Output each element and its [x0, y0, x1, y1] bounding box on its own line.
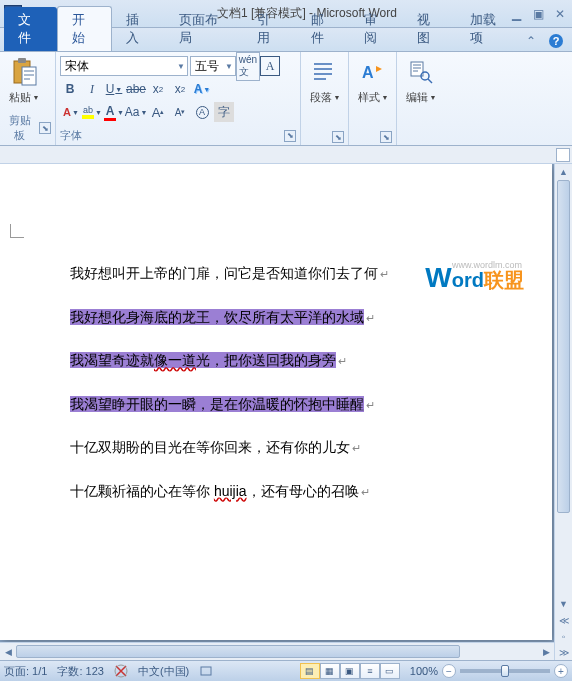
- highlight-button[interactable]: ab▼: [82, 102, 102, 122]
- svg-text:A: A: [362, 64, 374, 81]
- grow-font-button[interactable]: A▴: [148, 102, 168, 122]
- clipboard-group-label: 剪贴板: [4, 113, 35, 143]
- clipboard-launcher-icon[interactable]: ⬊: [39, 122, 51, 134]
- tab-page-layout[interactable]: 页面布局: [165, 7, 243, 51]
- svg-text:?: ?: [553, 35, 560, 47]
- zoom-out-button[interactable]: −: [442, 664, 456, 678]
- font-name-combo[interactable]: 宋体▼: [60, 56, 188, 76]
- underline-button[interactable]: U▼: [104, 79, 124, 99]
- prev-page-icon[interactable]: ≪: [555, 612, 572, 628]
- svg-rect-7: [22, 67, 36, 85]
- document-area: www.wordlm.com Word联盟 我好想叫开上帝的门扉，问它是否知道你…: [0, 164, 572, 660]
- tab-review[interactable]: 审阅: [350, 7, 403, 51]
- ruler: [0, 146, 572, 164]
- next-page-icon[interactable]: ≫: [555, 644, 572, 660]
- group-font: 宋体▼ 五号▼ wén文 A B I U▼ abe x2 x2 A▼ A▼ ab…: [56, 52, 301, 145]
- scroll-up-icon[interactable]: ▲: [555, 164, 572, 180]
- draft-view-icon[interactable]: ▭: [380, 663, 400, 679]
- tab-insert[interactable]: 插入: [112, 7, 165, 51]
- zoom-in-button[interactable]: +: [554, 664, 568, 678]
- superscript-button[interactable]: x2: [170, 79, 190, 99]
- paragraph[interactable]: 十亿颗祈福的心在等你 huijia，还有母心的召唤↵: [70, 482, 492, 502]
- web-view-icon[interactable]: ▣: [340, 663, 360, 679]
- view-buttons: ▤ ▦ ▣ ≡ ▭: [300, 663, 400, 679]
- paragraph-icon: [309, 56, 341, 88]
- strikethrough-button[interactable]: abe: [126, 79, 146, 99]
- status-bar: 页面: 1/1 字数: 123 中文(中国) ▤ ▦ ▣ ≡ ▭ 100% − …: [0, 660, 572, 681]
- paragraph[interactable]: 我渴望奇迹就像一道光，把你送回我的身旁↵: [70, 351, 492, 371]
- status-proofing-icon[interactable]: [114, 664, 128, 678]
- browse-object-icon[interactable]: ◦: [555, 628, 572, 644]
- scroll-thumb[interactable]: [557, 180, 570, 513]
- bold-button[interactable]: B: [60, 79, 80, 99]
- horizontal-scrollbar[interactable]: ◀ ▶: [0, 642, 554, 660]
- paragraph-button[interactable]: 段落▼: [305, 54, 345, 107]
- status-word-count[interactable]: 字数: 123: [57, 664, 103, 679]
- vertical-scrollbar[interactable]: ▲ ▼ ≪ ◦ ≫: [554, 164, 572, 660]
- scroll-down-icon[interactable]: ▼: [555, 596, 572, 612]
- character-border-icon[interactable]: A: [260, 56, 280, 76]
- styles-launcher-icon[interactable]: ⬊: [380, 131, 392, 143]
- group-paragraph: 段落▼ ⬊: [301, 52, 349, 145]
- styles-icon: A: [357, 56, 389, 88]
- paragraph-launcher-icon[interactable]: ⬊: [332, 131, 344, 143]
- ribbon-tabs: 文件 开始 插入 页面布局 引用 邮件 审阅 视图 加载项 ⌃ ?: [0, 28, 572, 52]
- tab-file[interactable]: 文件: [4, 7, 57, 51]
- paragraph[interactable]: 我渴望睁开眼的一瞬，是在你温暖的怀抱中睡醒↵: [70, 395, 492, 415]
- watermark-logo: Word联盟: [425, 262, 524, 294]
- phonetic-guide-icon[interactable]: wén文: [238, 56, 258, 76]
- status-insert-icon[interactable]: [199, 664, 213, 678]
- svg-text:A: A: [63, 106, 71, 118]
- character-shading-icon[interactable]: 字: [214, 102, 234, 122]
- group-editing: 编辑▼: [397, 52, 445, 145]
- scroll-left-icon[interactable]: ◀: [0, 643, 16, 660]
- enclosed-char-icon[interactable]: A: [192, 102, 212, 122]
- paste-label: 粘贴: [9, 90, 31, 105]
- italic-button[interactable]: I: [82, 79, 102, 99]
- margin-corner-mark: [10, 224, 24, 238]
- tab-view[interactable]: 视图: [403, 7, 456, 51]
- change-case-button[interactable]: Aa▼: [126, 102, 146, 122]
- outline-view-icon[interactable]: ≡: [360, 663, 380, 679]
- svg-rect-13: [201, 667, 211, 675]
- hscroll-thumb[interactable]: [16, 645, 460, 658]
- font-launcher-icon[interactable]: ⬊: [284, 130, 296, 142]
- paragraph[interactable]: 十亿双期盼的目光在等你回来，还有你的儿女↵: [70, 438, 492, 458]
- tab-mailings[interactable]: 邮件: [297, 7, 350, 51]
- close-icon[interactable]: ✕: [552, 6, 568, 22]
- document-content[interactable]: 我好想叫开上帝的门扉，问它是否知道你们去了何↵我好想化身海底的龙王，饮尽所有太平…: [0, 164, 552, 546]
- zoom-slider[interactable]: [460, 669, 550, 673]
- fullscreen-view-icon[interactable]: ▦: [320, 663, 340, 679]
- status-page[interactable]: 页面: 1/1: [4, 664, 47, 679]
- text-effects2-icon[interactable]: A▼: [60, 102, 80, 122]
- tab-addins[interactable]: 加载项: [456, 7, 522, 51]
- paragraph[interactable]: 我好想化身海底的龙王，饮尽所有太平洋的水域↵: [70, 308, 492, 328]
- font-group-label: 字体: [60, 128, 82, 143]
- ribbon: 粘贴▼ 剪贴板⬊ 宋体▼ 五号▼ wén文 A B I U▼ abe x2: [0, 52, 572, 146]
- print-layout-view-icon[interactable]: ▤: [300, 663, 320, 679]
- tab-home[interactable]: 开始: [57, 6, 112, 51]
- scroll-right-icon[interactable]: ▶: [538, 643, 554, 660]
- paste-button[interactable]: 粘贴▼: [4, 54, 44, 107]
- ruler-toggle-icon[interactable]: [556, 148, 570, 162]
- group-styles: A 样式▼ ⬊: [349, 52, 397, 145]
- group-clipboard: 粘贴▼ 剪贴板⬊: [0, 52, 56, 145]
- shrink-font-button[interactable]: A▾: [170, 102, 190, 122]
- page[interactable]: www.wordlm.com Word联盟 我好想叫开上帝的门扉，问它是否知道你…: [0, 164, 552, 640]
- font-size-combo[interactable]: 五号▼: [190, 56, 236, 76]
- subscript-button[interactable]: x2: [148, 79, 168, 99]
- paste-icon: [8, 56, 40, 88]
- zoom-controls: 100% − +: [410, 664, 568, 678]
- font-color-button[interactable]: A▼: [104, 102, 124, 122]
- svg-rect-6: [18, 58, 26, 63]
- find-icon: [405, 56, 437, 88]
- text-effects-icon[interactable]: A▼: [192, 79, 212, 99]
- maximize-icon[interactable]: ▣: [530, 6, 546, 22]
- status-language[interactable]: 中文(中国): [138, 664, 189, 679]
- minimize-ribbon-icon[interactable]: ⌃: [521, 31, 540, 51]
- help-icon[interactable]: ?: [547, 31, 566, 51]
- zoom-level[interactable]: 100%: [410, 665, 438, 677]
- tab-references[interactable]: 引用: [243, 7, 296, 51]
- styles-button[interactable]: A 样式▼: [353, 54, 393, 107]
- editing-button[interactable]: 编辑▼: [401, 54, 441, 107]
